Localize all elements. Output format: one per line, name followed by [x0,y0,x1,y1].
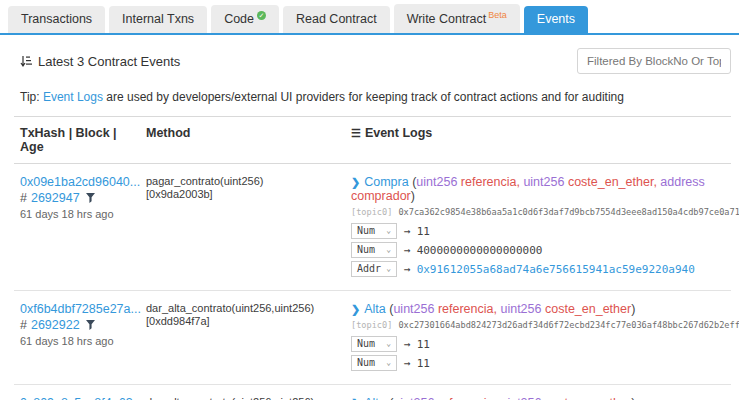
method-signature: [0x9da2003b] [146,188,345,200]
method-name: dar_alta_contrato(uint256,uint256) [146,302,345,314]
tip-line: Tip: Event Logs are used by developers/e… [0,78,739,116]
tab-internal-txns[interactable]: Internal Txns [109,6,207,33]
value-type-dropdown[interactable]: Num⌄ [351,223,397,239]
header-event-logs-label: Event Logs [365,126,432,140]
txhash-block-age-cell: 0x09e1ba2cd96040...#269294761 days 18 hr… [14,175,140,280]
age-text: 61 days 18 hrs ago [20,208,140,220]
beta-badge: Beta [488,10,507,20]
param-type: uint256 [523,175,564,189]
param-type: address [660,175,704,189]
tx-hash-link[interactable]: 0x09e1ba2cd96040... [20,175,140,189]
method-cell: dar_alta_contrato(uint256,uint256)[0xdd9… [140,302,345,374]
txhash-block-age-cell: 0xf6b4dbf7285e27a...#269292261 days 18 h… [14,302,140,374]
topic0-line: [topic0]0xc27301664abd824273d26adf34d6f7… [351,320,739,330]
num-value: 11 [417,225,430,238]
event-signature-line: ❯Alta (uint256 referencia, uint256 coste… [351,396,739,400]
event-name-link[interactable]: Alta [364,302,386,316]
tip-prefix: Tip: [20,90,43,104]
method-name: dar_alta_contrato(uint256,uint256) [146,396,345,400]
value-type-dropdown[interactable]: Addr⌄ [351,261,397,277]
chevron-down-icon: ⌄ [386,339,391,348]
event-logs-icon: ☰ [351,127,361,139]
event-logs-cell: ❯Alta (uint256 referencia, uint256 coste… [345,302,739,374]
event-logs-link[interactable]: Event Logs [43,90,103,104]
block-hash-symbol: # [20,191,27,205]
chevron-down-icon: ⌄ [386,264,391,273]
param-type: uint256 [416,175,457,189]
header-method: Method [140,126,345,154]
method-cell: dar_alta_contrato(uint256,uint256)[0xdd9… [140,396,345,400]
chevron-down-icon: ⌄ [386,358,391,367]
table-body: 0x09e1ba2cd96040...#269294761 days 18 hr… [14,164,731,400]
header-event-logs: ☰Event Logs [345,126,731,154]
tab-write-contract[interactable]: Write ContractBeta [394,4,520,33]
block-filter-icon[interactable] [86,193,95,203]
param-name: referencia, [461,175,520,189]
value-type-dropdown[interactable]: Num⌄ [351,242,397,258]
sort-icon [20,55,32,68]
method-name: pagar_contrato(uint256) [146,175,345,187]
param-type: uint256 [393,302,434,316]
num-value: 11 [417,338,430,351]
method-signature: [0xdd984f7a] [146,315,345,327]
topic0-label: [topic0] [351,320,392,330]
tab-bar: TransactionsInternal TxnsCode✓Read Contr… [0,0,739,35]
tab-code[interactable]: Code✓ [211,5,279,33]
tab-read-contract[interactable]: Read Contract [283,6,390,33]
param-type: uint256 [393,396,434,400]
chevron-down-icon: ⌄ [386,226,391,235]
value-type-dropdown[interactable]: Num⌄ [351,355,397,371]
code-verified-icon: ✓ [257,11,266,20]
param-name: referencia, [438,396,497,400]
block-number-link[interactable]: 2692947 [31,191,80,205]
page-title: Latest 3 Contract Events [38,54,180,69]
header-txhash: TxHash | Block | Age [14,126,140,154]
tx-hash-link[interactable]: 0x809a8c5ca8f4a63... [20,396,140,400]
param-type: uint256 [500,396,541,400]
event-value-row: Num⌄→11 [351,223,739,239]
tip-suffix: are used by developers/external UI provi… [103,90,624,104]
block-hash-symbol: # [20,318,27,332]
block-line: #2692922 [20,318,140,332]
address-value-link[interactable]: 0x91612055a68ad74a6e756615941ac59e9220a9… [417,263,695,276]
topic0-hash: 0x7ca362c9854e38b6aa5a1c0d6f3daf7d9bcb75… [398,207,739,217]
arrow-right-icon: → [404,338,411,351]
arrow-right-icon: → [404,225,411,238]
events-title-row: Latest 3 Contract Events [20,54,180,69]
txhash-block-age-cell: 0x809a8c5ca8f4a63...#269289661 days 18 h… [14,396,140,400]
param-name: referencia, [438,302,497,316]
event-value-row: Num⌄→11 [351,355,739,371]
event-signature-line: ❯Compra (uint256 referencia, uint256 cos… [351,175,739,203]
block-line: #2692947 [20,191,140,205]
topic0-hash: 0xc27301664abd824273d26adf34d6f72ecbd234… [398,320,739,330]
event-value-row: Addr⌄→0x91612055a68ad74a6e756615941ac59e… [351,261,739,277]
event-value-row: Num⌄→4000000000000000000 [351,242,739,258]
block-number-link[interactable]: 2692922 [31,318,80,332]
paren-close: ) [411,189,415,203]
value-type-dropdown[interactable]: Num⌄ [351,336,397,352]
param-type: uint256 [500,302,541,316]
event-name-link[interactable]: Compra [364,175,408,189]
tab-events[interactable]: Events [524,6,588,33]
paren-close: ) [631,302,635,316]
events-toolbar: Latest 3 Contract Events [0,35,739,78]
param-name: coste_en_ether [545,396,631,400]
event-signature-line: ❯Alta (uint256 referencia, uint256 coste… [351,302,739,316]
num-value: 4000000000000000000 [417,244,543,257]
tx-hash-link[interactable]: 0xf6b4dbf7285e27a... [20,302,140,316]
param-name: coste_en_ether [545,302,631,316]
tab-transactions[interactable]: Transactions [8,6,105,33]
chevron-right-icon[interactable]: ❯ [351,303,360,315]
block-filter-icon[interactable] [86,320,95,330]
topic0-line: [topic0]0x7ca362c9854e38b6aa5a1c0d6f3daf… [351,207,739,217]
arrow-right-icon: → [404,263,411,276]
arrow-right-icon: → [404,357,411,370]
table-header-row: TxHash | Block | Age Method ☰Event Logs [14,117,731,164]
event-name-link[interactable]: Alta [364,396,386,400]
paren-close: ) [631,396,635,400]
param-name: comprador [351,189,411,203]
filter-input[interactable] [577,48,731,74]
chevron-right-icon[interactable]: ❯ [351,176,360,188]
table-row: 0x809a8c5ca8f4a63...#269289661 days 18 h… [14,385,731,400]
table-row: 0xf6b4dbf7285e27a...#269292261 days 18 h… [14,291,731,385]
